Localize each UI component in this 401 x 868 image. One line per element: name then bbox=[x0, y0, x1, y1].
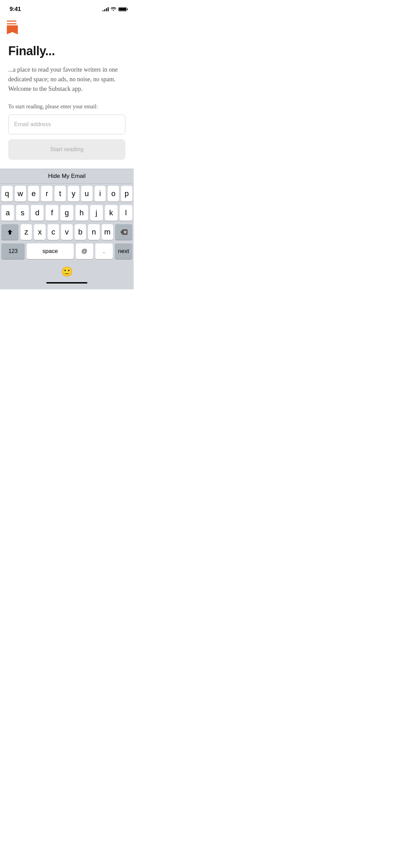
wifi-icon bbox=[111, 7, 116, 12]
key-k[interactable]: k bbox=[105, 205, 118, 221]
email-input-placeholder: Email address bbox=[14, 121, 51, 128]
keyboard-row-4: 123 space @ . next bbox=[1, 243, 132, 259]
key-d[interactable]: d bbox=[31, 205, 44, 221]
key-o[interactable]: o bbox=[108, 186, 119, 202]
key-j[interactable]: j bbox=[90, 205, 103, 221]
key-w[interactable]: w bbox=[15, 186, 26, 202]
period-key[interactable]: . bbox=[95, 243, 113, 259]
emoji-row: 🙂 bbox=[1, 263, 132, 282]
key-g[interactable]: g bbox=[60, 205, 73, 221]
at-key[interactable]: @ bbox=[76, 243, 93, 259]
key-h[interactable]: h bbox=[75, 205, 88, 221]
signal-icon bbox=[102, 7, 109, 11]
keyboard-suggestion[interactable]: Hide My Email bbox=[0, 173, 134, 180]
key-m[interactable]: m bbox=[102, 224, 113, 240]
logo-area bbox=[0, 16, 134, 34]
key-t[interactable]: t bbox=[54, 186, 66, 202]
key-e[interactable]: e bbox=[28, 186, 39, 202]
keyboard-row-2: a s d f g h j k l bbox=[1, 205, 132, 221]
delete-key[interactable] bbox=[115, 224, 132, 240]
status-icons bbox=[102, 7, 127, 12]
key-s[interactable]: s bbox=[16, 205, 29, 221]
battery-icon bbox=[118, 7, 127, 11]
status-time: 9:41 bbox=[10, 6, 21, 13]
keyboard-suggestion-bar: Hide My Email bbox=[0, 169, 134, 184]
key-v[interactable]: v bbox=[61, 224, 72, 240]
key-r[interactable]: r bbox=[41, 186, 52, 202]
key-n[interactable]: n bbox=[88, 224, 99, 240]
keyboard: q w e r t y u i o p a s d f g h j k l z … bbox=[0, 184, 134, 289]
key-y[interactable]: y bbox=[68, 186, 79, 202]
key-q[interactable]: q bbox=[1, 186, 13, 202]
numbers-key[interactable]: 123 bbox=[1, 243, 25, 259]
key-i[interactable]: i bbox=[95, 186, 106, 202]
emoji-key[interactable]: 🙂 bbox=[61, 266, 73, 277]
key-z[interactable]: z bbox=[21, 224, 32, 240]
bookmark-icon bbox=[7, 25, 18, 34]
email-prompt-label: To start reading, please enter your emai… bbox=[8, 104, 125, 110]
key-c[interactable]: c bbox=[48, 224, 59, 240]
main-content: Finally... ...a place to read your favor… bbox=[0, 34, 134, 176]
status-bar: 9:41 bbox=[0, 0, 134, 16]
key-a[interactable]: a bbox=[1, 205, 14, 221]
shift-key[interactable] bbox=[1, 224, 19, 240]
page-headline: Finally... bbox=[8, 44, 125, 58]
start-reading-button[interactable]: Start reading bbox=[8, 139, 125, 160]
home-indicator bbox=[46, 282, 87, 284]
key-f[interactable]: f bbox=[46, 205, 58, 221]
key-x[interactable]: x bbox=[34, 224, 45, 240]
keyboard-row-1: q w e r t y u i o p bbox=[1, 186, 132, 202]
keyboard-row-3: z x c v b n m bbox=[1, 224, 132, 240]
key-u[interactable]: u bbox=[81, 186, 93, 202]
page-description: ...a place to read your favorite writers… bbox=[8, 65, 125, 94]
next-key[interactable]: next bbox=[115, 243, 132, 259]
substack-logo bbox=[7, 19, 22, 34]
key-b[interactable]: b bbox=[75, 224, 86, 240]
key-l[interactable]: l bbox=[120, 205, 132, 221]
space-key[interactable]: space bbox=[27, 243, 73, 259]
email-input-field[interactable]: Email address bbox=[8, 114, 125, 134]
key-p[interactable]: p bbox=[121, 186, 132, 202]
